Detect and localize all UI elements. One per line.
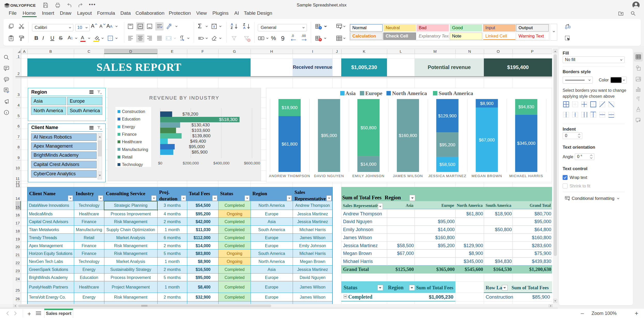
svg-text:JAMES WILSON: JAMES WILSON (393, 174, 423, 178)
svg-text:$600,000: $600,000 (244, 161, 260, 165)
svg-text:MEGAN BROWN: MEGAN BROWN (471, 174, 502, 178)
svg-text:JESSICA MARTINEZ: JESSICA MARTINEZ (428, 174, 466, 178)
svg-text:$200,000: $200,000 (183, 161, 199, 165)
svg-text:Asia: Asia (345, 90, 356, 96)
svg-text:$139,800: $139,800 (192, 133, 211, 138)
svg-text:$49,400: $49,400 (190, 139, 206, 144)
svg-text:$58,500: $58,500 (439, 162, 455, 167)
svg-text:North America: North America (392, 90, 427, 96)
svg-text:$18,900: $18,900 (282, 105, 297, 110)
svg-text:$95,200: $95,200 (439, 142, 455, 147)
svg-text:$95,000: $95,000 (189, 144, 205, 149)
svg-text:$345,000: $345,000 (517, 141, 536, 146)
svg-text:MICHAEL HARRIS: MICHAEL HARRIS (509, 174, 543, 178)
svg-text:$400,000: $400,000 (213, 161, 230, 165)
svg-text:Europe: Europe (365, 90, 382, 96)
svg-text:$67,000: $67,000 (479, 138, 495, 142)
svg-text:$103,600: $103,600 (192, 128, 210, 133)
svg-text:$94,830: $94,830 (518, 104, 534, 109)
svg-text:$78,200: $78,200 (182, 112, 198, 117)
svg-text:$14,000: $14,000 (361, 162, 376, 167)
svg-text:$518,300: $518,300 (219, 117, 237, 122)
svg-text:$0: $0 (158, 161, 162, 165)
svg-text:$50,800: $50,800 (361, 125, 376, 130)
svg-text:$129,900: $129,900 (438, 113, 456, 118)
svg-text:ANDREW THOMPSON: ANDREW THOMPSON (269, 174, 310, 178)
svg-text:$160,800: $160,800 (399, 133, 417, 138)
svg-text:$130,430: $130,430 (191, 123, 210, 127)
svg-text:$85,900: $85,900 (192, 150, 207, 155)
svg-text:EMILY JOHNSON: EMILY JOHNSON (352, 174, 385, 178)
svg-text:$8,900: $8,900 (480, 101, 494, 106)
svg-text:$95,000: $95,000 (321, 133, 337, 138)
svg-text:DAVID NGUYEN: DAVID NGUYEN (314, 174, 344, 178)
svg-text:South America: South America (439, 90, 473, 96)
svg-text:$61,800: $61,800 (282, 142, 297, 147)
